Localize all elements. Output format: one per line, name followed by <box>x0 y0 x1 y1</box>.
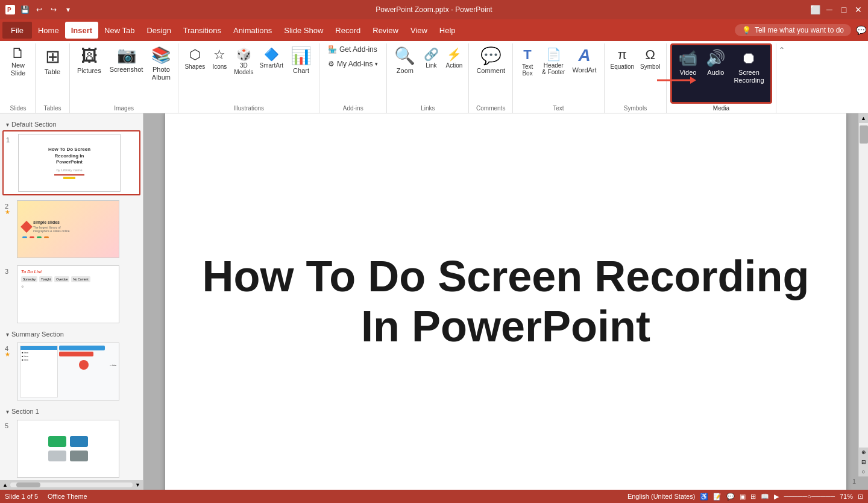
reading-view-button[interactable]: 📖 <box>761 493 769 501</box>
wordart-button[interactable]: A WordArt <box>568 43 600 77</box>
slide-panel-scrollbar[interactable]: ▲ ▼ <box>0 480 143 490</box>
slide-panel[interactable]: Default Section 1 How To Do ScreenRecord… <box>0 113 143 490</box>
shapes-button[interactable]: ⬡ Shapes <box>182 43 207 71</box>
slide-thumb-4[interactable]: 4 ★ ■ item ■ item ■ item <box>2 340 140 403</box>
maximize-button[interactable]: □ <box>839 5 849 14</box>
menu-newtab[interactable]: New Tab <box>98 22 140 39</box>
addins-group-label: Add-ins <box>343 105 363 112</box>
menu-review[interactable]: Review <box>366 22 404 39</box>
fit-slide-button[interactable]: ⊡ <box>858 493 863 501</box>
3d-models-button[interactable]: 🎲 3DModels <box>231 43 256 77</box>
slide-thumb-3[interactable]: 3 To Do List Someday Tonight Overdue No … <box>2 263 140 326</box>
normal-view-button[interactable]: ▣ <box>740 493 746 501</box>
slide-num-3: 3 <box>5 268 13 275</box>
tell-me-input[interactable]: 💡 Tell me what you want to do <box>735 24 851 36</box>
scroll-thumb-v <box>860 125 868 144</box>
shapes-icon: ⬡ <box>189 47 201 63</box>
scroll-up-btn[interactable]: ▲ <box>859 113 869 123</box>
notes-button[interactable]: 📝 <box>713 493 722 501</box>
get-addins-button[interactable]: 🏪 Get Add-ins <box>323 43 383 55</box>
slideshow-button[interactable]: ▶ <box>774 493 779 501</box>
undo-button[interactable]: ↩ <box>34 4 45 15</box>
icons-button[interactable]: ☆ Icons <box>209 43 230 71</box>
slide-thumb-5[interactable]: 5 <box>2 417 140 480</box>
ribbon-display-button[interactable]: ⬜ <box>810 5 820 14</box>
action-icon: ⚡ <box>447 47 462 62</box>
screenshot-button[interactable]: 📷 Screenshot <box>106 43 147 76</box>
chart-button[interactable]: 📊 Chart <box>287 43 315 77</box>
close-button[interactable]: ✕ <box>854 5 863 14</box>
scroll-down-arrow[interactable]: ▼ <box>133 482 143 488</box>
scroll-extra-3[interactable]: ○ <box>859 467 869 476</box>
smartart-button[interactable]: 🔷 SmartArt <box>257 43 286 70</box>
menu-animations[interactable]: Animations <box>227 22 278 39</box>
textbox-button[interactable]: T TextBox <box>517 43 538 78</box>
addins-dropdown-icon: ▾ <box>375 61 378 67</box>
ribbon-group-tables: ⊞ Table Tables <box>36 43 70 113</box>
link-button[interactable]: 🔗 Link <box>420 43 442 70</box>
menu-insert[interactable]: Insert <box>65 22 98 39</box>
svg-marker-3 <box>690 77 696 84</box>
window-title: PowerPoint Zoom.pptx - PowerPoint <box>376 5 492 14</box>
zoom-slider[interactable]: ─────○───── <box>784 493 835 500</box>
slide-title: How To Do Screen Recording In PowerPoint <box>165 227 846 376</box>
photo-album-button[interactable]: 📚 PhotoAlbum <box>148 43 174 84</box>
header-footer-button[interactable]: 📄 Header& Footer <box>539 43 567 77</box>
slide-thumb-1[interactable]: 1 How To Do ScreenRecording InPowerPoint… <box>2 130 140 195</box>
section-1[interactable]: Section 1 <box>2 405 140 417</box>
action-button[interactable]: ⚡ Action <box>443 43 465 70</box>
menu-view[interactable]: View <box>404 22 433 39</box>
powerpoint-icon: P <box>5 4 16 15</box>
table-icon: ⊞ <box>45 46 60 67</box>
audio-button[interactable]: 🔊 Audio <box>702 46 729 79</box>
comments-status-button[interactable]: 💬 <box>726 493 735 501</box>
slide-view-scrollbar[interactable]: ▲ ▼ ⊕ ⊟ ○ <box>858 113 868 476</box>
svg-text:P: P <box>7 7 11 13</box>
scroll-thumb <box>16 482 40 487</box>
slide-num-5: 5 <box>5 422 13 429</box>
smartart-icon: 🔷 <box>264 47 279 62</box>
scroll-extra-2[interactable]: ⊟ <box>859 457 869 467</box>
symbol-button[interactable]: Ω Symbol <box>638 43 662 71</box>
section-summary[interactable]: Summary Section <box>2 328 140 340</box>
illustrations-group-label: Illustrations <box>233 105 264 112</box>
customize-button[interactable]: ▾ <box>63 4 74 15</box>
save-button[interactable]: 💾 <box>19 4 30 15</box>
comments-button[interactable]: 💬 <box>856 25 866 35</box>
menu-bar: File Home Insert New Tab Design Transiti… <box>0 19 868 41</box>
slide-canvas[interactable]: How To Do Screen Recording In PowerPoint <box>165 113 846 490</box>
minimize-button[interactable]: ─ <box>825 5 834 14</box>
screen-recording-button[interactable]: ⏺ ScreenRecording <box>730 46 767 87</box>
equation-button[interactable]: π Equation <box>608 43 637 71</box>
menu-transitions[interactable]: Transitions <box>177 22 227 39</box>
menu-design[interactable]: Design <box>140 22 177 39</box>
my-addins-button[interactable]: ⚙ My Add-ins ▾ <box>323 58 383 70</box>
screenshot-icon: 📷 <box>117 46 136 65</box>
addins-icon: ⚙ <box>328 60 335 68</box>
section-default[interactable]: Default Section <box>2 118 140 130</box>
pictures-button[interactable]: 🖼 Pictures <box>74 43 105 77</box>
screen-recording-icon: ⏺ <box>741 49 756 68</box>
theme-info: Office Theme <box>48 493 87 500</box>
ribbon-collapse-button[interactable]: ⌃ <box>779 46 785 54</box>
symbols-group-label: Symbols <box>624 105 647 112</box>
scroll-extra-1[interactable]: ⊕ <box>859 448 869 457</box>
new-slide-button[interactable]: 🗋 NewSlide <box>5 43 31 80</box>
main-area: Default Section 1 How To Do ScreenRecord… <box>0 113 868 490</box>
ribbon-group-links: 🔍 Zoom 🔗 Link ⚡ Action Links <box>387 43 469 113</box>
menu-help[interactable]: Help <box>433 22 462 39</box>
ribbon-group-addins: 🏪 Get Add-ins ⚙ My Add-ins ▾ Add-ins <box>319 43 387 113</box>
slide-sorter-button[interactable]: ⊞ <box>750 493 756 501</box>
zoom-button[interactable]: 🔍 Zoom <box>391 43 419 77</box>
icons-icon: ☆ <box>213 47 225 63</box>
menu-home[interactable]: Home <box>32 22 65 39</box>
menu-record[interactable]: Record <box>329 22 366 39</box>
comment-button[interactable]: 💬 Comment <box>473 43 509 77</box>
ribbon: 🗋 NewSlide Slides ⊞ Table Tables 🖼 Pictu <box>0 41 868 113</box>
menu-file[interactable]: File <box>2 22 32 39</box>
scroll-up-arrow[interactable]: ▲ <box>0 482 10 488</box>
menu-slideshow[interactable]: Slide Show <box>278 22 329 39</box>
redo-button[interactable]: ↪ <box>48 4 59 15</box>
table-button[interactable]: ⊞ Table <box>39 43 66 78</box>
slide-thumb-2[interactable]: 2 ★ simple slides The largest library of… <box>2 198 140 261</box>
